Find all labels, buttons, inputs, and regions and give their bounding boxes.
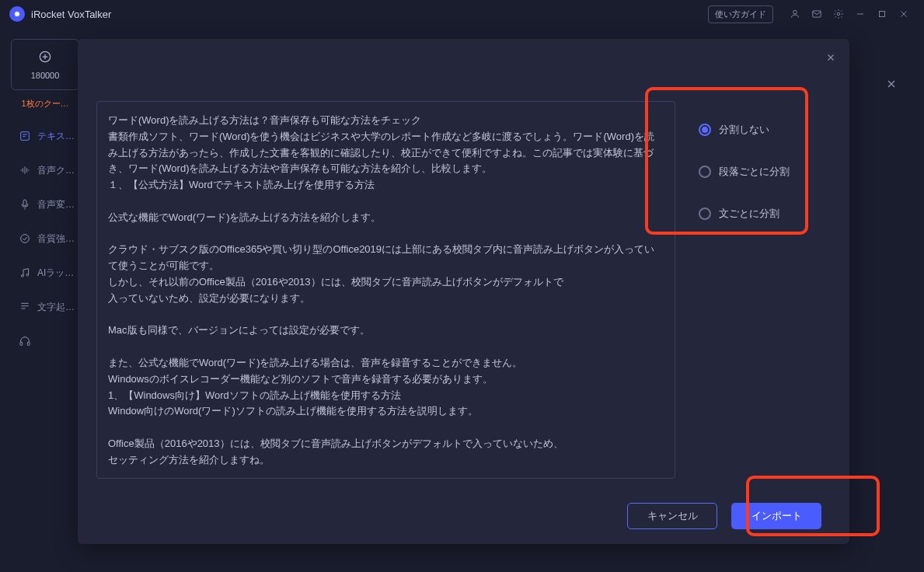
sidebar-item-enhance[interactable]: 音質強…	[11, 223, 79, 254]
radio-icon	[699, 208, 711, 220]
sidebar-item-voice-change[interactable]: 音声変…	[11, 189, 79, 220]
settings-icon[interactable]	[828, 3, 849, 25]
import-text-area[interactable]: ワード(Word)を読み上げる方法は？音声保存も可能な方法をチェック 書類作成ソ…	[96, 101, 675, 479]
music-icon	[19, 267, 31, 279]
import-dialog: ワード(Word)を読み上げる方法は？音声保存も可能な方法をチェック 書類作成ソ…	[78, 39, 849, 544]
sidebar-item-label: 文字起…	[37, 301, 75, 314]
import-button[interactable]: インポート	[731, 503, 821, 529]
user-icon[interactable]	[784, 3, 806, 25]
svg-rect-11	[20, 342, 23, 345]
enhance-icon	[19, 232, 31, 245]
transcribe-icon	[19, 301, 31, 313]
split-options: 分割しない 段落ごとに分割 文ごとに分割	[675, 101, 831, 479]
cancel-button[interactable]: キャンセル	[627, 503, 717, 529]
dialog-footer: キャンセル インポート	[78, 488, 849, 544]
radio-label: 段落ごとに分割	[719, 165, 790, 179]
radio-label: 分割しない	[719, 123, 769, 137]
titlebar: iRocket VoxTalker 使い方ガイド	[0, 0, 924, 28]
radio-label: 文ごとに分割	[719, 207, 779, 221]
coupon-tab[interactable]: 1枚のクー…	[11, 90, 79, 117]
app-name: iRocket VoxTalker	[31, 9, 111, 20]
sidebar-item-label: テキス…	[37, 130, 75, 143]
svg-rect-12	[27, 342, 30, 345]
radio-icon	[699, 124, 711, 136]
svg-point-0	[15, 12, 19, 16]
headphone-icon	[19, 335, 31, 347]
dialog-close-button[interactable]	[823, 50, 839, 65]
svg-point-3	[837, 12, 840, 16]
sidebar-item-text[interactable]: テキス…	[11, 120, 79, 152]
app-logo	[9, 6, 25, 22]
sidebar-item-label: 音声ク…	[37, 164, 75, 177]
svg-rect-2	[813, 11, 821, 17]
sidebar: 180000 1枚のクー… テキス… 音声ク… 音声変… 音質強… AIラッ… …	[11, 39, 79, 561]
svg-point-1	[793, 10, 797, 14]
sidebar-item-ai-rap[interactable]: AIラッ…	[11, 257, 79, 288]
sidebar-item-label: 音質強…	[37, 232, 75, 246]
svg-rect-7	[23, 200, 26, 206]
sidebar-item-extra[interactable]	[11, 326, 79, 357]
close-window-button[interactable]	[893, 3, 915, 25]
maximize-button[interactable]	[871, 3, 893, 25]
panel-close-button[interactable]	[882, 75, 901, 93]
svg-point-9	[21, 275, 23, 277]
svg-point-8	[21, 235, 30, 243]
mail-icon[interactable]	[806, 3, 828, 25]
radio-split-sentence[interactable]: 文ごとに分割	[699, 193, 831, 235]
credit-icon	[37, 49, 53, 65]
svg-point-10	[26, 274, 29, 276]
credit-count: 180000	[12, 71, 78, 80]
sidebar-item-voice-clone[interactable]: 音声ク…	[11, 155, 79, 186]
svg-rect-6	[21, 132, 30, 141]
sidebar-item-label: AIラッ…	[37, 267, 74, 280]
radio-no-split[interactable]: 分割しない	[699, 109, 831, 151]
minimize-button[interactable]	[849, 3, 871, 25]
guide-button[interactable]: 使い方ガイド	[708, 5, 773, 23]
text-icon	[19, 130, 31, 142]
radio-split-paragraph[interactable]: 段落ごとに分割	[699, 151, 831, 193]
sidebar-item-transcribe[interactable]: 文字起…	[11, 291, 79, 323]
mic-icon	[19, 198, 31, 211]
credit-box[interactable]: 180000	[11, 39, 79, 90]
radio-icon	[699, 166, 711, 178]
wave-icon	[19, 164, 31, 176]
svg-rect-4	[880, 12, 885, 17]
sidebar-item-label: 音声変…	[37, 198, 75, 211]
